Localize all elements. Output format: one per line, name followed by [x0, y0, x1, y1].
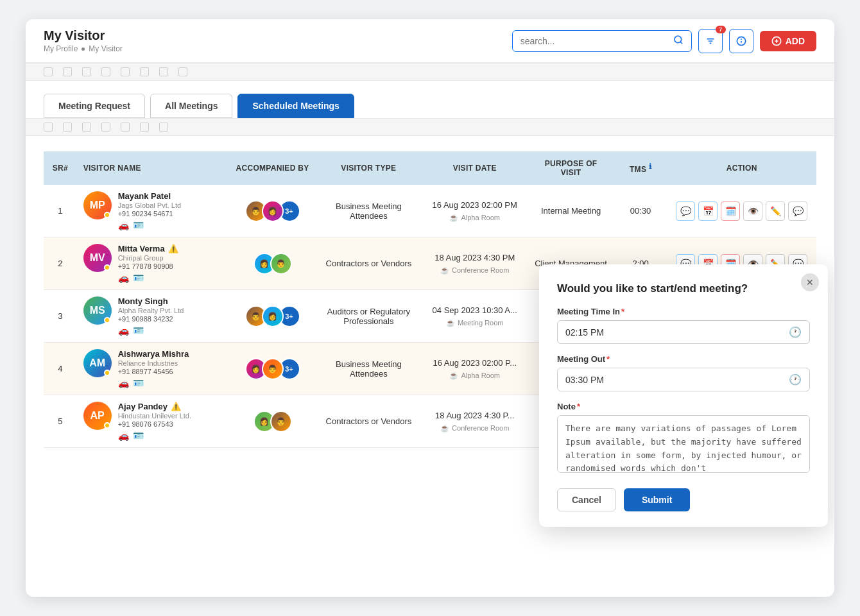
- car-icon-3: 🚗: [118, 325, 129, 336]
- sr-5: 5: [44, 395, 77, 448]
- tms-1: 00:30: [614, 185, 667, 237]
- deco-dot-5: [121, 67, 130, 76]
- visitor-type-5: Contractors or Vendors: [316, 395, 422, 448]
- online-status-1: [104, 212, 110, 218]
- clock-icon-in: 🕐: [789, 326, 802, 338]
- visitor-company-3: Alpha Realty Pvt. Ltd: [118, 307, 184, 314]
- acc-avatar-5b: 👨: [270, 411, 292, 432]
- visit-date-5: 18 Aug 2023 4:30 P... ☕ Conference Room: [422, 395, 528, 448]
- deco-dot-4: [101, 67, 110, 76]
- meeting-out-input[interactable]: [565, 375, 789, 385]
- sr-2: 2: [44, 237, 77, 290]
- visitor-phone-2: +91 77878 90908: [118, 262, 178, 270]
- visitor-name-3: Monty Singh: [118, 296, 184, 306]
- visitor-phone-5: +91 98076 67543: [118, 420, 191, 428]
- meeting-time-in-field[interactable]: 🕐: [557, 320, 810, 344]
- chat-btn-1[interactable]: 💬: [676, 201, 695, 221]
- accompanied-cell-3: 👨 👩 3+: [229, 290, 315, 343]
- tab-all-meetings[interactable]: All Meetings: [150, 94, 232, 118]
- tab-meeting-request[interactable]: Meeting Request: [44, 94, 145, 118]
- online-status-4: [104, 370, 110, 376]
- col-purpose: PURPOSE OF VISIT: [528, 151, 614, 185]
- meeting-out-field[interactable]: 🕐: [557, 368, 810, 391]
- col-visitor-name: VISITOR NAME: [77, 151, 230, 185]
- visit-date-2: 18 Aug 2023 4:30 PM ☕ Conference Room: [422, 237, 528, 290]
- deco-dot-1: [44, 67, 53, 76]
- submit-button[interactable]: Submit: [624, 488, 690, 511]
- modal-close-button[interactable]: ✕: [801, 273, 819, 291]
- deco2-dot-6: [140, 123, 149, 132]
- modal-title: Would you like to start/end meeting?: [557, 282, 810, 295]
- breadcrumb-dot: [82, 47, 85, 51]
- id-icon-3: 🪪: [133, 325, 144, 336]
- car-icon-2: 🚗: [118, 273, 129, 283]
- svg-line-1: [680, 42, 682, 44]
- accompanied-cell-2: 👩 👨: [229, 237, 315, 290]
- action-cell-1: 💬 📅 🗓️ 👁️ ✏️ 💬: [667, 185, 816, 237]
- deco2-dot-2: [63, 123, 72, 132]
- visitor-name-2: Mitta Verma ⚠️: [118, 244, 178, 253]
- visitor-cell-4: AM Aishwarya Mishra Reliance Industries …: [77, 343, 230, 395]
- visitor-phone-3: +91 90988 34232: [118, 315, 184, 323]
- note-label: Note*: [557, 402, 810, 411]
- search-input[interactable]: [520, 36, 668, 46]
- visitor-company-2: Chiripal Group: [118, 254, 178, 262]
- app-title: My Visitor: [44, 28, 123, 43]
- col-accompanied: ACCOMPANIED BY: [229, 151, 315, 185]
- deco2-dot-1: [44, 123, 53, 132]
- calendar-btn-1[interactable]: 📅: [698, 201, 718, 221]
- breadcrumb-part2: My Visitor: [89, 44, 122, 53]
- visitor-cell-5: AP Ajay Pandey ⚠️ Hindustan Unilever Ltd…: [77, 395, 230, 448]
- filter-button[interactable]: 7: [698, 29, 723, 53]
- deco-dot-8: [178, 67, 187, 76]
- info-button[interactable]: [729, 29, 753, 53]
- purpose-1: Internal Meeting: [528, 185, 614, 237]
- acc-avatar-1b: 👩: [262, 200, 284, 222]
- meeting-time-in-input[interactable]: [565, 327, 789, 338]
- visitor-cell-2: MV Mitta Verma ⚠️ Chiripal Group +91 778…: [77, 237, 230, 290]
- visit-date-3: 04 Sep 2023 10:30 A... ☕ Meeting Room: [422, 290, 528, 343]
- view-btn-1[interactable]: 👁️: [743, 201, 762, 221]
- visitor-type-1: Business Meeting Attendees: [316, 185, 422, 237]
- visitor-name-5: Ajay Pandey ⚠️: [118, 402, 191, 411]
- tms-info-icon[interactable]: ℹ: [649, 162, 651, 170]
- deco-dot-2: [63, 67, 72, 76]
- note-textarea[interactable]: There are many variations of passages of…: [557, 415, 810, 473]
- id-icon-5: 🪪: [133, 431, 144, 441]
- filter-badge: 7: [716, 26, 726, 33]
- col-visitor-type: VISITOR TYPE: [316, 151, 422, 185]
- svg-point-0: [675, 36, 682, 43]
- car-icon-1: 🚗: [118, 220, 129, 230]
- visitor-type-2: Contractors or Vendors: [316, 237, 422, 290]
- visitor-company-1: Jags Global Pvt. Ltd: [118, 201, 181, 209]
- sr-1: 1: [44, 185, 77, 237]
- tabs-row: Meeting Request All Meetings Scheduled M…: [26, 81, 834, 118]
- visit-date-1: 16 Aug 2023 02:00 PM ☕ Alpha Room: [422, 185, 528, 237]
- more-btn-1[interactable]: 💬: [788, 201, 807, 221]
- visitor-company-5: Hindustan Unilever Ltd.: [118, 412, 191, 420]
- deco2-dot-3: [82, 123, 91, 132]
- add-button[interactable]: ADD: [760, 31, 816, 51]
- id-icon-2: 🪪: [133, 273, 144, 283]
- visitor-type-4: Business Meeting Attendees: [316, 343, 422, 395]
- acc-avatar-3b: 👩: [262, 305, 284, 327]
- deco2-dot-4: [101, 123, 110, 132]
- deco-dot-3: [82, 67, 91, 76]
- visitor-phone-1: +91 90234 54671: [118, 210, 181, 218]
- edit-btn-1[interactable]: ✏️: [766, 201, 785, 221]
- deco2-dot-7: [159, 123, 168, 132]
- visitor-name-1: Mayank Patel: [118, 191, 181, 201]
- breadcrumb-part1: My Profile: [44, 44, 78, 53]
- meeting-modal: ✕ Would you like to start/end meeting? M…: [539, 264, 828, 527]
- tab-scheduled-meetings[interactable]: Scheduled Meetings: [237, 94, 354, 118]
- warning-icon-2: ⚠️: [168, 244, 178, 253]
- deco-dot-6: [140, 67, 149, 76]
- visitor-type-3: Auditors or Regulatory Professionals: [316, 290, 422, 343]
- meeting-out-label: Meeting Out*: [557, 354, 810, 364]
- sr-4: 4: [44, 343, 77, 395]
- cancel-button[interactable]: Cancel: [557, 488, 616, 511]
- id-icon-1: 🪪: [133, 220, 144, 230]
- accompanied-cell-4: 👩 👨 3+: [229, 343, 315, 395]
- alert-btn-1[interactable]: 🗓️: [721, 201, 740, 221]
- clock-icon-out: 🕐: [789, 373, 802, 386]
